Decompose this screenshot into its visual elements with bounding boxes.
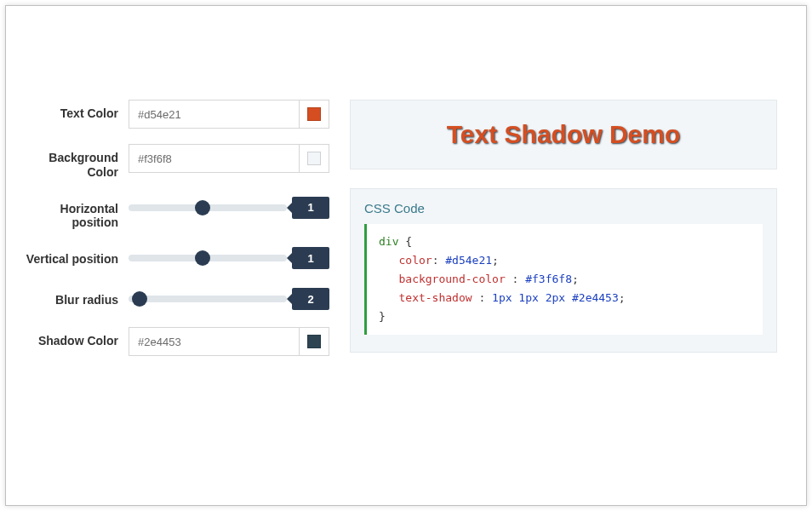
text-color-label: Text Color <box>23 100 118 121</box>
shadow-color-input[interactable] <box>129 327 299 356</box>
hpos-slider[interactable] <box>129 204 287 211</box>
hpos-thumb[interactable] <box>195 200 210 215</box>
bg-color-label: Background Color <box>23 144 118 180</box>
text-color-swatch-button[interactable] <box>299 100 329 129</box>
bg-color-field <box>129 144 329 173</box>
blur-slider[interactable] <box>129 296 287 302</box>
vpos-slider[interactable] <box>129 255 287 261</box>
shadow-color-swatch <box>307 335 321 348</box>
app-frame: Text Color Background Color Horizontal p… <box>5 5 807 506</box>
vpos-label: Vertical position <box>23 245 118 267</box>
demo-box: Text Shadow Demo <box>350 100 777 169</box>
preview-panel: Text Shadow Demo CSS Code div { color: #… <box>350 100 777 471</box>
bg-color-swatch <box>307 152 321 165</box>
bg-color-input[interactable] <box>129 144 299 173</box>
controls-panel: Text Color Background Color Horizontal p… <box>23 100 329 471</box>
hpos-label: Horizontal position <box>23 195 118 231</box>
vpos-slider-wrap: 1 <box>129 245 329 271</box>
vpos-row: Vertical position 1 <box>23 245 329 271</box>
hpos-value-badge: 1 <box>292 197 329 219</box>
code-block: div { color: #d54e21; background-color :… <box>364 224 763 335</box>
hpos-slider-wrap: 1 <box>129 195 329 221</box>
blur-row: Blur radius 2 <box>23 286 329 312</box>
code-title: CSS Code <box>364 201 763 215</box>
bg-color-swatch-button[interactable] <box>299 144 329 173</box>
code-panel: CSS Code div { color: #d54e21; backgroun… <box>350 188 777 353</box>
vpos-value-badge: 1 <box>292 247 329 269</box>
text-color-input[interactable] <box>129 100 299 129</box>
text-color-swatch <box>307 107 321 121</box>
shadow-color-label: Shadow Color <box>23 327 118 348</box>
demo-text: Text Shadow Demo <box>447 120 680 149</box>
blur-value-badge: 2 <box>292 288 329 310</box>
shadow-color-row: Shadow Color <box>23 327 329 356</box>
hpos-row: Horizontal position 1 <box>23 195 329 231</box>
text-color-row: Text Color <box>23 100 329 129</box>
blur-label: Blur radius <box>23 286 118 307</box>
shadow-color-field <box>129 327 329 356</box>
blur-thumb[interactable] <box>132 291 147 307</box>
bg-color-row: Background Color <box>23 144 329 180</box>
text-color-field <box>129 100 329 129</box>
shadow-color-swatch-button[interactable] <box>299 327 329 356</box>
vpos-thumb[interactable] <box>195 250 210 266</box>
blur-slider-wrap: 2 <box>129 286 329 312</box>
